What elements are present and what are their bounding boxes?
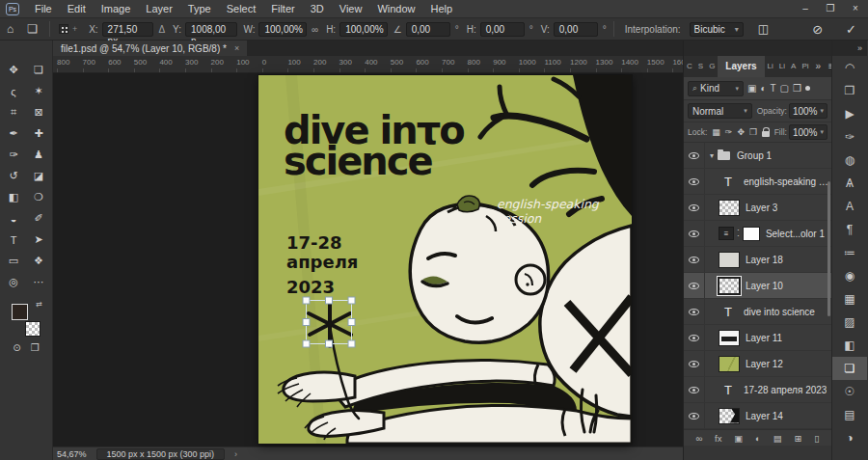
eraser-tool[interactable]: ◪ xyxy=(28,166,49,186)
warp-mode-icon[interactable]: ◫ xyxy=(751,22,775,36)
transform-hskew-field[interactable]: 0,00 xyxy=(480,22,525,37)
filter-pixel-icon[interactable]: ▣ xyxy=(747,83,756,94)
menu-filter[interactable]: Filter xyxy=(263,0,302,17)
character-icon[interactable]: A xyxy=(832,195,867,218)
filter-toggle-icon[interactable] xyxy=(805,86,810,91)
marquee-tool[interactable]: ❏ xyxy=(28,60,49,80)
commit-transform-button[interactable]: ✓ xyxy=(834,22,868,37)
scrollbar[interactable] xyxy=(827,181,830,316)
transform-w-field[interactable]: 100,00% xyxy=(258,22,307,37)
pen-tool[interactable]: ✐ xyxy=(28,208,49,229)
minimize-button[interactable]: – xyxy=(793,0,818,17)
lock-all-icon[interactable] xyxy=(762,131,770,137)
healing-brush-tool[interactable]: ✚ xyxy=(28,123,49,144)
filter-smart-object-icon[interactable]: ❐ xyxy=(793,83,801,94)
menu-select[interactable]: Select xyxy=(219,0,264,17)
maximize-button[interactable]: ❐ xyxy=(818,0,843,17)
layer-row-1[interactable]: ▾Group 1 xyxy=(684,143,831,169)
document-info-field[interactable]: 1500 px x 1500 px (300 ppi) xyxy=(96,448,226,460)
document-tab[interactable]: file1.psd @ 54,7% (Layer 10, RGB/8) * × xyxy=(53,41,247,56)
learn-icon[interactable]: ☉ xyxy=(832,380,867,403)
blend-mode-select[interactable]: Normal ▾ xyxy=(688,103,752,119)
close-button[interactable]: × xyxy=(843,0,868,17)
visibility-toggle[interactable] xyxy=(684,195,705,220)
interpolation-select[interactable]: Bicubic ▾ xyxy=(690,22,744,37)
brush-settings-icon[interactable]: ✑ xyxy=(832,125,867,149)
new-adjustment-icon[interactable]: ◐ xyxy=(755,433,761,444)
canvas-pasteboard[interactable]: dive inτo science english-speaking sessi… xyxy=(53,73,683,446)
visibility-toggle[interactable] xyxy=(684,247,705,272)
delete-layer-icon[interactable]: ▯ xyxy=(814,433,819,444)
layer-row-11[interactable]: Layer 14 xyxy=(684,403,831,429)
panel-tab-li0[interactable]: Li xyxy=(765,56,776,77)
eyedropper-tool[interactable]: ✒ xyxy=(3,123,24,144)
status-chevron-icon[interactable]: › xyxy=(234,449,237,459)
paragraph-icon[interactable]: ¶ xyxy=(832,218,867,241)
history-brush-tool[interactable]: ↺ xyxy=(3,166,24,186)
visibility-toggle[interactable] xyxy=(684,403,705,428)
filter-shape-icon[interactable]: ▢ xyxy=(780,83,789,94)
frame-tool[interactable]: ⊠ xyxy=(28,102,49,122)
panel-tab-a2[interactable]: A xyxy=(788,56,799,77)
new-layer-icon[interactable]: ⊞ xyxy=(795,433,802,444)
actions-icon[interactable]: ▶ xyxy=(832,102,867,125)
tab-layers[interactable]: Layers xyxy=(718,56,764,77)
layer-row-3[interactable]: Layer 3 xyxy=(684,195,831,221)
lock-artboard-icon[interactable]: ❐ xyxy=(749,127,757,137)
cancel-transform-button[interactable]: ⊘ xyxy=(800,22,834,37)
lock-transparency-icon[interactable]: ▦ xyxy=(712,127,720,137)
color-icon[interactable]: ◉ xyxy=(832,264,867,287)
filter-type-icon[interactable]: T xyxy=(771,83,776,94)
transform-angle-field[interactable]: 0,00 xyxy=(406,22,450,37)
visibility-toggle[interactable] xyxy=(684,143,705,168)
reference-point-widget[interactable] xyxy=(59,24,68,34)
brush-tool[interactable]: ✑ xyxy=(3,145,24,165)
kind-filter-select[interactable]: ⌕ Kind ▾ xyxy=(688,81,744,96)
panel-tab-pi3[interactable]: Pi xyxy=(799,56,811,77)
swap-colors-icon[interactable]: ⇄ xyxy=(36,300,42,309)
visibility-toggle[interactable] xyxy=(684,273,705,298)
panel-tab-c[interactable]: C xyxy=(684,56,695,77)
quick-mask-icon[interactable]: ⊙ xyxy=(13,342,20,353)
lasso-tool[interactable]: ς xyxy=(3,81,24,101)
transform-tool-icon[interactable]: ❏ xyxy=(20,22,44,36)
panel-overflow-icon[interactable]: » xyxy=(812,56,826,77)
swatches-icon[interactable]: ▦ xyxy=(832,287,867,311)
properties-icon[interactable]: ≔ xyxy=(832,241,867,264)
new-group-icon[interactable]: ▤ xyxy=(773,433,782,444)
fill-select[interactable]: 100% ▾ xyxy=(789,124,827,140)
layer-style-icon[interactable]: fx xyxy=(715,433,721,444)
move-tool[interactable]: ✥ xyxy=(3,60,24,80)
patterns-icon[interactable]: ▨ xyxy=(832,311,867,334)
menu-edit[interactable]: Edit xyxy=(60,0,94,17)
styles-icon[interactable]: ◍ xyxy=(832,149,867,172)
transform-h-field[interactable]: 100,00% xyxy=(339,22,388,37)
home-icon[interactable]: ⌂ xyxy=(0,22,20,36)
visibility-toggle[interactable] xyxy=(684,325,705,350)
menu-help[interactable]: Help xyxy=(423,0,461,17)
path-select-tool[interactable]: ➤ xyxy=(28,230,49,250)
zoom-tool[interactable]: ◎ xyxy=(3,272,24,292)
transform-y-field[interactable]: 1008,00 p xyxy=(185,22,237,37)
crop-tool[interactable]: ⌗ xyxy=(3,102,24,122)
visibility-toggle[interactable] xyxy=(684,169,705,194)
transform-x-field[interactable]: 271,50 px xyxy=(102,22,154,37)
menu-type[interactable]: Type xyxy=(180,0,219,17)
visibility-toggle[interactable] xyxy=(684,377,705,402)
menu-image[interactable]: Image xyxy=(94,0,139,17)
layer-row-5[interactable]: Layer 18 xyxy=(684,247,831,273)
blur-tool[interactable]: ❍ xyxy=(28,187,49,207)
glyphs-icon[interactable]: Ѧ xyxy=(832,172,867,195)
gradient-tool[interactable]: ◧ xyxy=(3,187,24,207)
layer-row-4[interactable]: ≡⁚Select...olor 1 xyxy=(684,221,831,247)
zoom-level-field[interactable]: 54,67% xyxy=(53,449,96,459)
libraries-icon[interactable]: ▤ xyxy=(832,403,867,426)
link-layers-icon[interactable]: ∞ xyxy=(695,433,702,444)
menu-file[interactable]: File xyxy=(27,0,60,17)
layer-row-9[interactable]: Layer 12 xyxy=(684,351,831,377)
menu-layer[interactable]: Layer xyxy=(138,0,180,17)
edit-toolbar[interactable]: ⋯ xyxy=(28,272,49,292)
background-color-swatch[interactable] xyxy=(25,321,41,337)
panel-tab-li1[interactable]: Li xyxy=(776,56,788,77)
gradients-icon[interactable]: ◧ xyxy=(832,334,867,357)
